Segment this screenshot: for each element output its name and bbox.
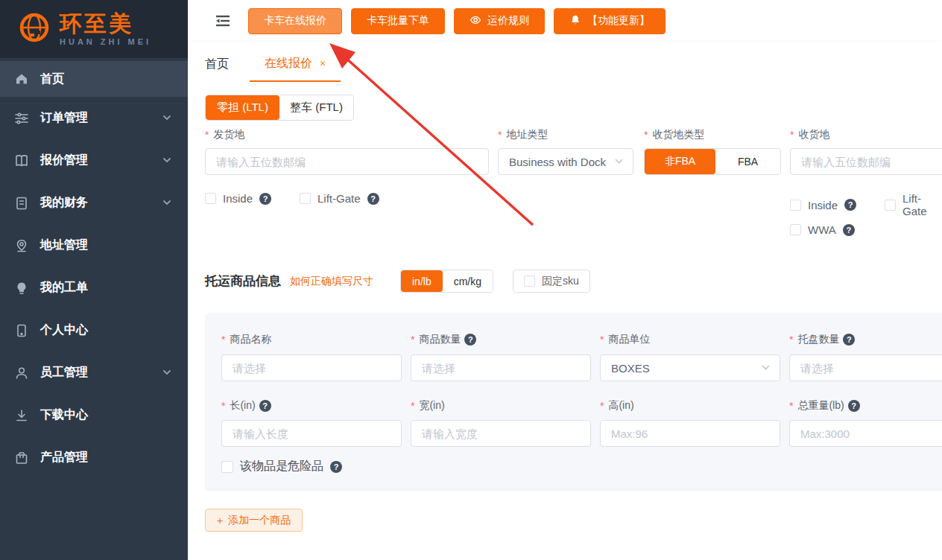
product-name-input[interactable]: [221, 354, 402, 381]
required-asterisk: *: [221, 334, 225, 346]
eye-icon: [470, 14, 481, 28]
weight-input[interactable]: [789, 420, 942, 447]
checkbox[interactable]: [205, 193, 216, 204]
pallet-qty-input[interactable]: [789, 354, 942, 381]
hazard-checkbox[interactable]: 该物品是危险品 ?: [221, 459, 342, 474]
size-help-link[interactable]: 如何正确填写尺寸: [290, 275, 373, 288]
quote-form: 零担 (LTL) 整车 (FTL) * 发货地 * 地址类型 * 收货地类型 *…: [189, 82, 942, 560]
destination-zip-input[interactable]: [790, 148, 942, 175]
help-icon[interactable]: ?: [843, 334, 855, 346]
button-label: 卡车在线报价: [264, 14, 326, 28]
help-icon[interactable]: ?: [330, 461, 342, 473]
sidebar-item-label: 个人中心: [40, 322, 88, 338]
mode-ftl-button[interactable]: 整车 (FTL): [279, 95, 353, 120]
product-unit-select[interactable]: BOXES: [600, 354, 780, 381]
tab-online-quote[interactable]: 在线报价 ×: [250, 46, 341, 82]
truck-online-quote-button[interactable]: 卡车在线报价: [248, 8, 342, 34]
add-product-button[interactable]: + 添加一个商品: [205, 509, 303, 532]
goods-section-header: 托运商品信息 如何正确填写尺寸 in/lb cm/kg 固定sku: [205, 270, 590, 293]
field-label-text: 收货地: [798, 128, 829, 141]
required-asterisk: *: [411, 334, 414, 346]
sidebar-item-profile[interactable]: 个人中心: [0, 309, 188, 351]
unit-inlb-button[interactable]: in/lb: [401, 270, 443, 292]
tab-label: 在线报价: [265, 56, 312, 71]
bell-icon: [569, 14, 581, 28]
sidebar-item-label: 产品管理: [40, 450, 88, 465]
app-logo: 环至美 HUAN ZHI MEI: [0, 0, 188, 58]
dest-inside-checkbox[interactable]: Inside ?: [790, 192, 856, 217]
globe-logo-icon: [18, 11, 51, 47]
checkbox-label: WWA: [808, 223, 836, 236]
checkbox[interactable]: [790, 200, 801, 211]
help-icon[interactable]: ?: [464, 334, 476, 346]
required-asterisk: *: [644, 129, 648, 141]
dest-type-toggle: 非FBA FBA: [644, 148, 781, 175]
package-icon: [14, 451, 29, 465]
sidebar-item-downloads[interactable]: 下载中心: [0, 394, 188, 436]
field-label-text: 地址类型: [506, 128, 548, 141]
fixed-sku-checkbox[interactable]: 固定sku: [513, 270, 590, 293]
weight-label: * 总重量(lb) ?: [789, 399, 860, 413]
sidebar-item-home[interactable]: 首页: [0, 61, 188, 97]
sidebar-item-label: 员工管理: [40, 365, 88, 381]
length-input[interactable]: [221, 420, 402, 447]
checkbox-label: Lift-Gate: [903, 192, 942, 217]
help-icon[interactable]: ?: [259, 193, 271, 205]
non-fba-button[interactable]: 非FBA: [645, 149, 715, 174]
origin-inside-checkbox[interactable]: Inside ?: [205, 192, 271, 205]
height-label: * 高(in): [600, 399, 634, 413]
checkbox-label: Lift-Gate: [317, 192, 361, 205]
help-icon[interactable]: ?: [848, 400, 860, 412]
close-icon[interactable]: ×: [320, 58, 326, 69]
sidebar-item-label: 我的财务: [40, 195, 88, 211]
wwa-checkbox[interactable]: WWA ?: [790, 223, 855, 236]
sidebar-item-orders[interactable]: 订单管理: [0, 97, 188, 139]
address-type-label: * 地址类型: [498, 128, 548, 141]
field-label-text: 高(in): [608, 399, 633, 413]
help-icon[interactable]: ?: [844, 199, 856, 211]
field-label-text: 商品单位: [608, 333, 650, 346]
field-label-text: 商品名称: [230, 333, 271, 346]
checkbox-label: 该物品是危险品: [240, 459, 323, 474]
sidebar-item-tickets[interactable]: 我的工单: [0, 267, 188, 309]
destination-label: * 收货地: [790, 128, 829, 141]
field-label-text: 收货地类型: [652, 128, 704, 141]
checkbox[interactable]: [221, 461, 233, 473]
width-input[interactable]: [411, 420, 591, 447]
field-label-text: 商品数量: [419, 333, 461, 346]
chevron-down-icon: [761, 362, 771, 375]
sidebar-item-finance[interactable]: 我的财务: [0, 182, 188, 224]
address-type-select[interactable]: Business with Dock: [498, 148, 633, 175]
product-qty-input[interactable]: [411, 354, 591, 381]
origin-zip-input[interactable]: [205, 148, 489, 175]
help-icon[interactable]: ?: [843, 224, 855, 236]
collapse-menu-icon[interactable]: [215, 14, 230, 28]
mode-ltl-button[interactable]: 零担 (LTL): [206, 95, 279, 120]
checkbox[interactable]: [790, 224, 801, 235]
fba-button[interactable]: FBA: [715, 149, 780, 174]
checkbox-label: Inside: [808, 199, 838, 211]
checkbox[interactable]: [524, 276, 535, 287]
required-asterisk: *: [411, 400, 414, 412]
unit-cmkg-button[interactable]: cm/kg: [443, 270, 493, 292]
tab-home[interactable]: 首页: [205, 46, 229, 82]
truck-batch-order-button[interactable]: 卡车批量下单: [351, 8, 445, 34]
sidebar-item-addresses[interactable]: 地址管理: [0, 224, 188, 267]
segment-label: 零担 (LTL): [217, 101, 268, 115]
checkbox[interactable]: [300, 193, 311, 204]
product-card: * 商品名称 * 商品数量 ? * 商品单位 * 托盘数量 ? BOXES * …: [205, 313, 942, 491]
help-icon[interactable]: ?: [367, 193, 379, 205]
height-input[interactable]: [600, 420, 780, 447]
feature-update-button[interactable]: 【功能更新】: [554, 8, 666, 34]
sidebar-item-products[interactable]: 产品管理: [0, 436, 188, 479]
help-icon[interactable]: ?: [259, 400, 271, 412]
field-label-text: 总重量(lb): [797, 399, 844, 413]
origin-liftgate-checkbox[interactable]: Lift-Gate ?: [300, 192, 379, 205]
sidebar-item-employees[interactable]: 员工管理: [0, 351, 188, 394]
goods-section-title: 托运商品信息: [205, 273, 281, 290]
freight-rules-button[interactable]: 运价规则: [454, 8, 545, 34]
checkbox[interactable]: [885, 200, 896, 211]
sidebar-item-quotes[interactable]: 报价管理: [0, 139, 188, 182]
dest-liftgate-checkbox[interactable]: Lift-Gate: [885, 192, 942, 217]
download-icon: [14, 408, 29, 423]
